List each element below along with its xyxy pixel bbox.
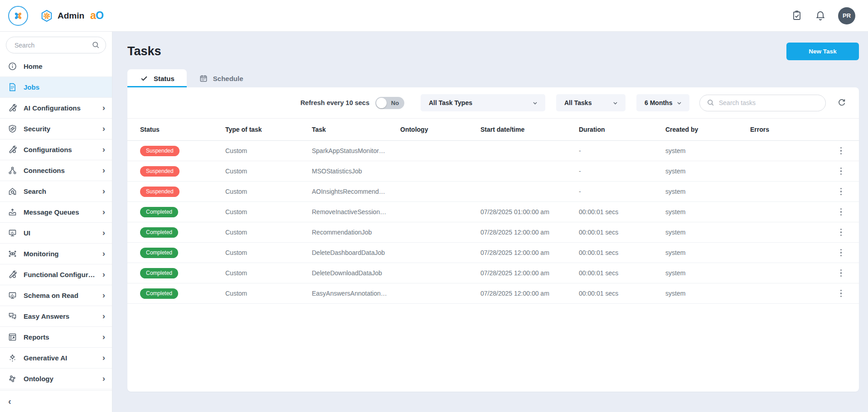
sidebar-item-easy-answers[interactable]: Easy Answers › (0, 306, 112, 327)
sidebar-item-label: Jobs (24, 83, 39, 91)
sidebar-item-schema-on-read[interactable]: Schema on Read › (0, 285, 112, 306)
sidebar-item-functional-configurati[interactable]: Functional Configurati… › (0, 264, 112, 285)
sidebar-item-label: Message Queues (24, 208, 79, 216)
sidebar-item-label: Search (24, 187, 46, 195)
bell-icon (815, 15, 826, 22)
sidebar-collapse-button[interactable]: ‹ (0, 390, 112, 412)
chevron-right-icon: › (102, 103, 105, 112)
table-row[interactable]: Suspended Custom SparkAppStatusMonitor… … (127, 141, 859, 161)
clipboard-check-icon (791, 15, 802, 22)
row-menu-button[interactable] (838, 186, 845, 197)
cell-duration: 00:00:01 secs (579, 290, 665, 297)
sparkle-icon (8, 353, 17, 363)
user-avatar[interactable]: PR (838, 7, 855, 24)
tab-schedule-label: Schedule (213, 75, 243, 82)
sidebar-item-ai-configurations[interactable]: AI Configurations › (0, 98, 112, 119)
sidebar-item-label: Configurations (24, 146, 72, 153)
eye-icon (8, 249, 17, 259)
sidebar-item-message-queues[interactable]: Message Queues › (0, 202, 112, 223)
column-header: Created by (665, 126, 750, 133)
cell-start-datetime: 07/28/2025 12:00:00 am (480, 269, 579, 277)
app-root: Admin aO PR Home › Jobs › (0, 0, 868, 412)
chevron-right-icon: › (102, 353, 105, 362)
shield-icon (8, 124, 17, 134)
toggle-value: No (387, 100, 403, 106)
chevron-right-icon: › (102, 166, 105, 174)
cell-start-datetime: 07/28/2025 12:00:00 am (480, 249, 579, 256)
table-row[interactable]: Suspended Custom AOInsightsRecommend… - … (127, 182, 859, 202)
sidebar-item-label: Functional Configurati… (24, 271, 96, 278)
tab-bar: Status Schedule (127, 69, 859, 87)
chevron-down-icon (611, 99, 619, 107)
sidebar-item-monitoring[interactable]: Monitoring › (0, 244, 112, 264)
sidebar-item-search[interactable]: Search › (0, 181, 112, 202)
tab-status[interactable]: Status (127, 69, 187, 87)
tab-status-label: Status (154, 75, 175, 82)
table-row[interactable]: Completed Custom DeleteDashboardDataJob … (127, 243, 859, 263)
chevron-right-icon: › (102, 207, 105, 216)
row-menu-button[interactable] (838, 227, 845, 238)
table-row[interactable]: Completed Custom DeleteDownloadDataJob 0… (127, 263, 859, 283)
sidebar-item-connections[interactable]: Connections › (0, 160, 112, 181)
sidebar-item-home[interactable]: Home › (0, 56, 112, 77)
sidebar: Home › Jobs › AI Configurations › Securi… (0, 32, 112, 412)
cell-type-of-task: Custom (225, 168, 312, 175)
sidebar-item-generative-ai[interactable]: Generative AI › (0, 348, 112, 369)
nodes-icon (8, 166, 17, 175)
check-icon (140, 74, 149, 83)
tasks-filter[interactable]: All Tasks (556, 94, 626, 111)
wrench-icon (8, 103, 17, 113)
table-body: Suspended Custom SparkAppStatusMonitor… … (127, 141, 859, 304)
chevron-right-icon: › (102, 249, 105, 258)
cell-duration: 00:00:01 secs (579, 229, 665, 236)
status-badge: Completed (140, 288, 178, 299)
cell-task: EasyAnswersAnnotation… (312, 290, 400, 297)
cell-start-datetime: 07/28/2025 01:00:00 am (480, 208, 579, 216)
filter-row: Refresh every 10 secs No All Task Types … (127, 87, 859, 118)
search-icon (91, 40, 100, 49)
sidebar-item-ontology[interactable]: Ontology › (0, 369, 112, 389)
chevron-right-icon: › (102, 332, 105, 341)
new-task-button[interactable]: New Task (786, 43, 859, 60)
status-badge: Completed (140, 207, 178, 217)
task-search-input[interactable] (699, 95, 826, 111)
page-title: Tasks (127, 44, 161, 58)
cell-type-of-task: Custom (225, 269, 312, 277)
cell-duration: 00:00:01 secs (579, 269, 665, 277)
chevron-right-icon: › (102, 311, 105, 320)
sidebar-search (6, 37, 106, 53)
wrench-icon (8, 270, 17, 279)
refresh-button[interactable] (836, 98, 846, 108)
chevron-left-icon: ‹ (8, 396, 11, 407)
row-menu-button[interactable] (838, 247, 845, 259)
sidebar-item-configurations[interactable]: Configurations › (0, 139, 112, 160)
notifications-button[interactable] (815, 10, 826, 22)
chevron-right-icon: › (102, 374, 105, 383)
sidebar-item-security[interactable]: Security › (0, 119, 112, 139)
task-type-filter[interactable]: All Task Types (421, 94, 545, 111)
sidebar-item-jobs[interactable]: Jobs › (0, 77, 112, 98)
cell-task: AOInsightsRecommend… (312, 188, 400, 195)
row-menu-button[interactable] (838, 206, 845, 218)
table-row[interactable]: Completed Custom EasyAnswersAnnotation… … (127, 283, 859, 304)
period-filter[interactable]: 6 Months (636, 94, 689, 111)
table-row[interactable]: Completed Custom RecommendationJob 07/28… (127, 222, 859, 243)
row-menu-button[interactable] (838, 288, 845, 299)
row-menu-button[interactable] (838, 268, 845, 279)
refresh-icon (837, 102, 846, 109)
row-menu-button[interactable] (838, 145, 845, 157)
cell-duration: - (579, 188, 665, 195)
chat-icon (8, 311, 17, 321)
cell-created-by: system (665, 229, 750, 236)
row-menu-button[interactable] (838, 166, 845, 177)
tab-schedule[interactable]: Schedule (187, 69, 256, 87)
tasks-clipboard-button[interactable] (791, 10, 803, 22)
table-row[interactable]: Suspended Custom MSOStatisticsJob - syst… (127, 161, 859, 182)
table-row[interactable]: Completed Custom RemoveInactiveSession… … (127, 202, 859, 222)
app-logo[interactable] (8, 6, 28, 26)
sidebar-item-ui[interactable]: UI › (0, 223, 112, 244)
cell-created-by: system (665, 208, 750, 216)
sidebar-item-reports[interactable]: Reports › (0, 327, 112, 348)
refresh-toggle[interactable]: No (375, 97, 404, 109)
sidebar-nav: Home › Jobs › AI Configurations › Securi… (0, 56, 112, 390)
